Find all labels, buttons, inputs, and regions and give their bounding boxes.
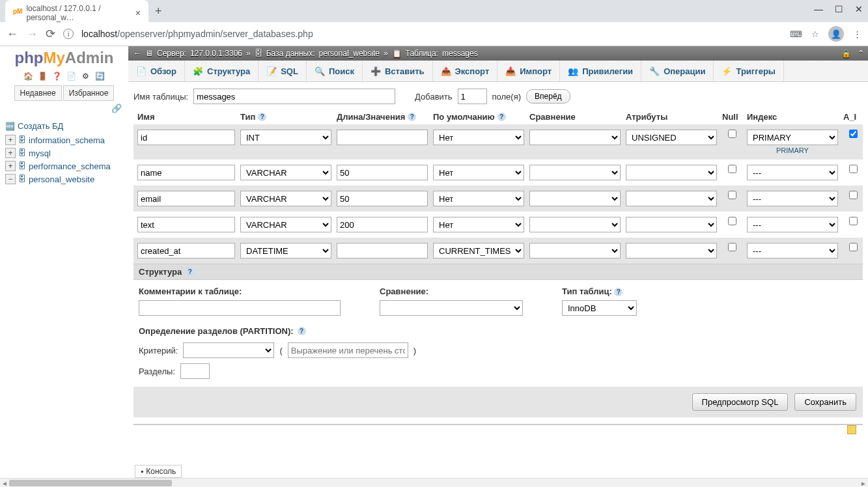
reload-icon[interactable]: ⟳ — [46, 27, 55, 41]
forward-icon[interactable]: → — [26, 27, 38, 41]
column-ai-checkbox[interactable] — [849, 165, 858, 173]
tab-search[interactable]: 🔍Поиск — [307, 61, 363, 81]
translate-icon[interactable]: ⌨ — [790, 29, 802, 39]
column-type-select[interactable]: INT — [240, 130, 331, 145]
address-bar[interactable]: localhost/openserver/phpmyadmin/server_d… — [81, 29, 782, 39]
tab-operations[interactable]: 🔧Операции — [641, 61, 714, 81]
column-index-select[interactable]: --- — [747, 243, 838, 258]
column-length-input[interactable] — [337, 130, 428, 145]
sql-icon[interactable]: 📄 — [66, 71, 77, 81]
column-collation-select[interactable] — [529, 217, 621, 232]
window-close-icon[interactable]: ✕ — [855, 4, 863, 14]
column-type-select[interactable]: VARCHAR — [240, 191, 331, 206]
column-collation-select[interactable] — [529, 130, 621, 145]
column-length-input[interactable] — [337, 217, 428, 232]
help-icon[interactable]: ? — [258, 113, 266, 121]
column-ai-checkbox[interactable] — [849, 217, 858, 225]
window-minimize-icon[interactable]: — — [814, 4, 823, 14]
tab-browse[interactable]: 📄Обзор — [128, 61, 185, 81]
column-attributes-select[interactable] — [626, 165, 717, 180]
column-length-input[interactable] — [337, 165, 428, 180]
back-icon[interactable]: ← — [7, 27, 18, 41]
sidebar-tab-favorites[interactable]: Избранное — [63, 85, 115, 101]
help-icon[interactable]: ? — [497, 113, 506, 121]
tab-close-icon[interactable]: × — [135, 8, 141, 18]
help-icon[interactable]: ? — [298, 327, 306, 335]
menu-icon[interactable]: ⋮ — [853, 29, 861, 39]
partition-expression-input[interactable] — [288, 342, 408, 358]
table-collation-select[interactable] — [380, 300, 523, 316]
collapse-icon[interactable]: − — [5, 174, 16, 184]
save-button[interactable]: Сохранить — [794, 393, 856, 411]
nav-back-icon[interactable]: ← — [133, 49, 141, 58]
link-icon[interactable]: 🔗 — [111, 104, 122, 113]
column-default-select[interactable]: CURRENT_TIMESTAMP — [433, 243, 524, 258]
column-name-input[interactable] — [137, 130, 235, 145]
add-columns-count[interactable] — [458, 89, 487, 104]
reload-nav-icon[interactable]: 🔄 — [95, 71, 105, 81]
column-attributes-select[interactable] — [626, 243, 717, 258]
column-index-select[interactable]: --- — [747, 191, 838, 206]
column-index-select[interactable]: PRIMARY — [747, 130, 838, 145]
column-collation-select[interactable] — [529, 243, 621, 258]
docs-icon[interactable]: ❓ — [52, 71, 63, 81]
horizontal-scrollbar[interactable]: ◄ ► — [0, 478, 868, 479]
tab-privileges[interactable]: 👥Привилегии — [560, 61, 641, 81]
help-icon[interactable]: ? — [186, 268, 194, 276]
account-icon[interactable]: 👤 — [828, 26, 844, 42]
table-comment-input[interactable] — [139, 300, 341, 316]
tab-insert[interactable]: ➕Вставить — [363, 61, 433, 81]
new-tab-button[interactable]: + — [155, 5, 162, 18]
column-ai-checkbox[interactable] — [849, 191, 858, 199]
column-ai-checkbox[interactable] — [849, 130, 858, 138]
column-index-select[interactable]: --- — [747, 217, 838, 232]
browser-tab[interactable]: pM localhost / 127.0.0.1 / personal_w… × — [5, 0, 148, 26]
tab-sql[interactable]: 📝SQL — [259, 61, 307, 81]
column-name-input[interactable] — [137, 191, 235, 206]
column-default-select[interactable]: Нет — [433, 217, 524, 232]
column-length-input[interactable] — [337, 191, 428, 206]
console-toggle[interactable]: ▪ Консоль — [135, 465, 182, 478]
expand-icon[interactable]: + — [5, 148, 16, 158]
partition-count-input[interactable] — [180, 363, 210, 379]
column-name-input[interactable] — [137, 165, 235, 180]
column-collation-select[interactable] — [529, 165, 621, 180]
column-length-input[interactable] — [337, 243, 428, 258]
lock-icon[interactable]: 🔒 — [841, 49, 851, 58]
column-default-select[interactable]: Нет — [433, 165, 524, 180]
column-default-select[interactable]: Нет — [433, 130, 524, 145]
collapse-panel-icon[interactable]: ⌃ — [858, 49, 864, 58]
settings-icon[interactable]: ⚙ — [81, 71, 91, 81]
window-maximize-icon[interactable]: ☐ — [835, 4, 843, 14]
partition-criteria-select[interactable] — [183, 342, 274, 358]
column-index-select[interactable]: --- — [747, 165, 838, 180]
db-performance-schema[interactable]: + 🗄 performance_schema — [5, 160, 123, 173]
column-attributes-select[interactable] — [626, 217, 717, 232]
column-name-input[interactable] — [137, 217, 235, 232]
help-icon[interactable]: ? — [614, 288, 623, 296]
breadcrumb-table[interactable]: messages — [442, 49, 478, 58]
column-type-select[interactable]: VARCHAR — [240, 165, 331, 180]
column-attributes-select[interactable] — [626, 191, 717, 206]
breadcrumb-db[interactable]: personal_website — [319, 49, 380, 58]
go-button[interactable]: Вперёд — [526, 89, 570, 104]
tab-triggers[interactable]: ⚡Триггеры — [714, 61, 783, 81]
help-icon[interactable]: ? — [408, 113, 416, 121]
column-type-select[interactable]: VARCHAR — [240, 217, 331, 232]
column-attributes-select[interactable]: UNSIGNED — [626, 130, 717, 145]
breadcrumb-server[interactable]: 127.0.0.1:3306 — [190, 49, 242, 58]
preview-sql-button[interactable]: Предпросмотр SQL — [692, 393, 789, 411]
column-null-checkbox[interactable] — [728, 165, 736, 173]
column-collation-select[interactable] — [529, 191, 621, 206]
column-name-input[interactable] — [137, 243, 235, 258]
home-icon[interactable]: 🏠 — [23, 71, 34, 81]
column-null-checkbox[interactable] — [728, 243, 736, 251]
column-default-select[interactable]: Нет — [433, 191, 524, 206]
site-info-icon[interactable]: i — [63, 29, 74, 39]
column-ai-checkbox[interactable] — [849, 243, 858, 251]
tab-export[interactable]: 📤Экспорт — [433, 61, 498, 81]
tab-import[interactable]: 📥Импорт — [497, 61, 560, 81]
db-mysql[interactable]: + 🗄 mysql — [5, 146, 123, 160]
table-name-input[interactable] — [193, 89, 395, 104]
expand-icon[interactable]: + — [5, 135, 16, 145]
